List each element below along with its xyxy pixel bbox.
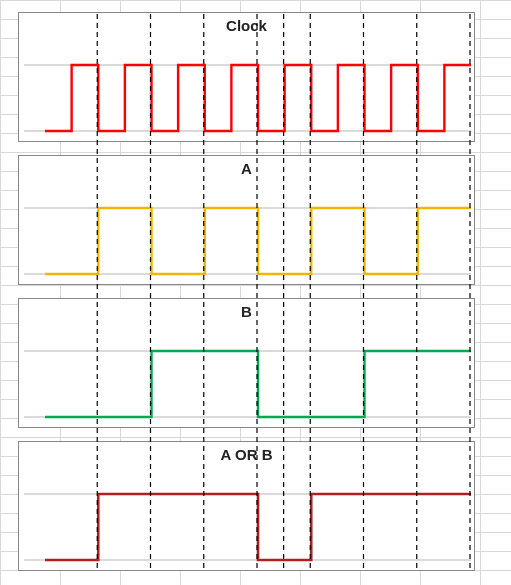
waveform-clock xyxy=(19,13,476,143)
panel-clock: Clock xyxy=(18,12,475,142)
panel-b: B xyxy=(18,298,475,428)
panel-aorb: A OR B xyxy=(18,441,475,571)
waveform-a xyxy=(19,156,476,286)
panel-a: A xyxy=(18,155,475,285)
waveform-aorb xyxy=(19,442,476,572)
waveform-b xyxy=(19,299,476,429)
